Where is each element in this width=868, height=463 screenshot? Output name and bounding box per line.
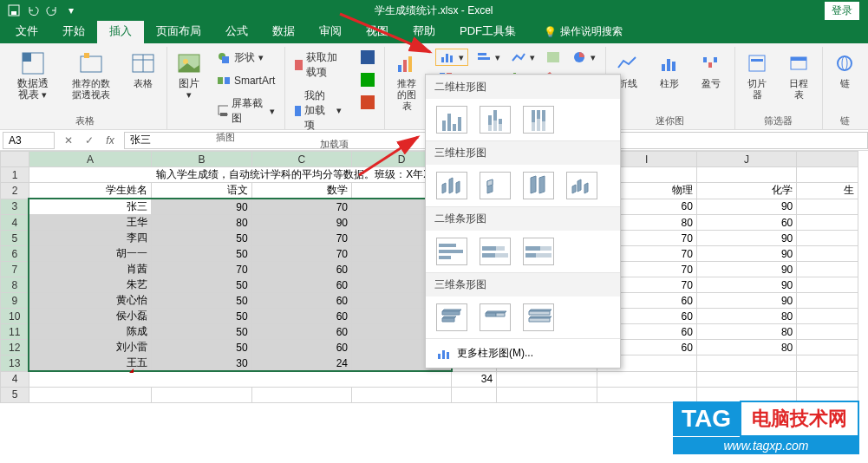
section-3d-bar: 三维条形图 — [426, 272, 620, 297]
svg-point-54 — [842, 56, 847, 70]
save-icon[interactable] — [7, 3, 21, 17]
tab-file[interactable]: 文件 — [3, 19, 50, 43]
tab-review[interactable]: 审阅 — [307, 19, 354, 43]
section-3d-column: 三维柱形图 — [426, 140, 620, 165]
tab-layout[interactable]: 页面布局 — [144, 19, 213, 43]
people-icon[interactable] — [358, 94, 377, 111]
smartart-btn[interactable]: SmartArt — [214, 72, 277, 89]
bing-icon[interactable] — [358, 71, 377, 88]
svg-rect-20 — [361, 73, 375, 87]
section-2d-column: 二维柱形图 — [426, 75, 620, 99]
tab-insert[interactable]: 插入 — [97, 19, 144, 43]
tab-data[interactable]: 数据 — [260, 19, 307, 43]
stacked100-bar-2d[interactable] — [523, 238, 554, 265]
pie-chart-btn[interactable]: ▾ — [569, 49, 598, 66]
svg-rect-30 — [547, 52, 559, 62]
stacked100-bar-3d[interactable] — [523, 303, 554, 331]
column-chart-dropdown: 二维柱形图 三维柱形图 二维条形图 三维条形图 更多柱形图(M)... — [425, 74, 621, 368]
confirm-icon[interactable]: ✓ — [81, 133, 98, 148]
more-column-charts[interactable]: 更多柱形图(M)... — [426, 338, 620, 368]
col-header[interactable]: J — [696, 152, 796, 167]
svg-rect-23 — [403, 60, 407, 72]
watermark-url: www.tagxp.com — [673, 437, 859, 454]
group-filter: 切片器 日程表 筛选器 — [735, 47, 823, 129]
cancel-icon[interactable]: ✕ — [60, 133, 77, 148]
map-chart-btn[interactable] — [543, 49, 564, 66]
col-header[interactable]: B — [152, 152, 251, 167]
clustered-column-2d[interactable] — [436, 106, 467, 134]
svg-rect-26 — [446, 54, 448, 62]
section-2d-bar: 二维条形图 — [426, 206, 620, 231]
bar-chart-btn[interactable]: ▾ — [473, 49, 503, 66]
group-addins: 获取加载项 我的加载项 ▾ 加载项 — [285, 47, 385, 129]
column-3d[interactable] — [566, 172, 597, 199]
svg-rect-50 — [751, 59, 763, 62]
svg-rect-49 — [749, 55, 765, 71]
svg-rect-3 — [23, 53, 31, 62]
svg-rect-14 — [225, 77, 230, 84]
pivot-table-btn[interactable]: 数据透视表 ▾ — [10, 49, 55, 102]
visio-icon[interactable] — [358, 49, 377, 66]
svg-point-53 — [838, 56, 852, 70]
svg-rect-27 — [450, 55, 453, 62]
link-btn[interactable]: 链 — [828, 49, 861, 91]
svg-rect-18 — [295, 106, 301, 116]
col-header[interactable]: C — [251, 152, 351, 167]
clustered-column-3d[interactable] — [436, 172, 467, 199]
my-addins-btn[interactable]: 我的加载项 ▾ — [290, 87, 344, 134]
select-all-corner[interactable] — [1, 152, 29, 167]
svg-rect-22 — [398, 65, 401, 72]
tab-view[interactable]: 视图 — [354, 19, 401, 43]
svg-rect-19 — [361, 50, 375, 64]
stacked100-column-3d[interactable] — [523, 172, 554, 199]
shapes-btn[interactable]: 形状 ▾ — [214, 49, 277, 67]
sparkline-column-btn[interactable]: 柱形 — [653, 49, 686, 91]
qat-dropdown-icon[interactable]: ▾ — [64, 3, 78, 17]
sparkline-winloss-btn[interactable]: 盈亏 — [695, 49, 728, 91]
tab-pdf[interactable]: PDF工具集 — [447, 19, 528, 43]
svg-rect-28 — [478, 53, 486, 55]
table-btn[interactable]: 表格 — [127, 49, 160, 102]
fx-icon[interactable]: fx — [101, 133, 119, 148]
col-header[interactable]: A — [29, 152, 151, 167]
svg-rect-29 — [478, 57, 490, 60]
pictures-btn[interactable]: 图片▾ — [173, 49, 206, 127]
column-chart-btn[interactable]: ▾ — [435, 49, 468, 66]
svg-rect-13 — [218, 77, 223, 84]
get-addins-btn[interactable]: 获取加载项 — [290, 49, 344, 82]
slicer-btn[interactable]: 切片器 — [741, 49, 773, 102]
login-button[interactable]: 登录 — [825, 2, 859, 20]
stacked-column-3d[interactable] — [480, 172, 511, 199]
group-tables: 数据透视表 ▾ 推荐的数据透视表 表格 表格 — [5, 47, 167, 129]
svg-rect-56 — [442, 350, 445, 359]
svg-rect-46 — [703, 57, 707, 62]
ribbon-tabs: 文件 开始 插入 页面布局 公式 数据 审阅 视图 帮助 PDF工具集 💡 操作… — [0, 21, 868, 43]
stacked-bar-2d[interactable] — [480, 238, 511, 265]
tell-me-search[interactable]: 💡 操作说明搜索 — [538, 20, 628, 43]
timeline-btn[interactable]: 日程表 — [782, 49, 815, 102]
tell-me-label: 操作说明搜索 — [560, 24, 623, 39]
undo-icon[interactable] — [26, 3, 40, 17]
clustered-bar-2d[interactable] — [436, 238, 467, 265]
redo-icon[interactable] — [45, 3, 59, 17]
stacked100-column-2d[interactable] — [523, 106, 554, 134]
line-chart-btn[interactable]: ▾ — [508, 49, 538, 66]
tab-formula[interactable]: 公式 — [213, 19, 260, 43]
group-link: 链 链 — [823, 47, 868, 129]
screenshot-btn[interactable]: 屏幕截图 ▾ — [214, 95, 277, 127]
recommended-charts-btn[interactable]: 推荐的图表 — [390, 49, 423, 114]
stacked-column-2d[interactable] — [480, 106, 511, 134]
col-header[interactable] — [797, 152, 858, 167]
title-bar: ▾ 学生成绩统计.xlsx - Excel 登录 — [0, 0, 868, 21]
name-box[interactable]: A3 — [3, 132, 55, 149]
clustered-bar-3d[interactable] — [436, 303, 467, 331]
svg-rect-12 — [222, 56, 229, 63]
svg-rect-25 — [441, 57, 444, 62]
stacked-bar-3d[interactable] — [480, 303, 511, 331]
watermark-tag: TAG — [673, 401, 740, 436]
recommended-pivot-btn[interactable]: 推荐的数据透视表 — [63, 49, 118, 102]
tab-home[interactable]: 开始 — [50, 19, 97, 43]
group-sparklines: 折线 柱形 盈亏 迷你图 — [606, 47, 735, 129]
svg-rect-1 — [11, 11, 16, 15]
tab-help[interactable]: 帮助 — [401, 19, 447, 43]
